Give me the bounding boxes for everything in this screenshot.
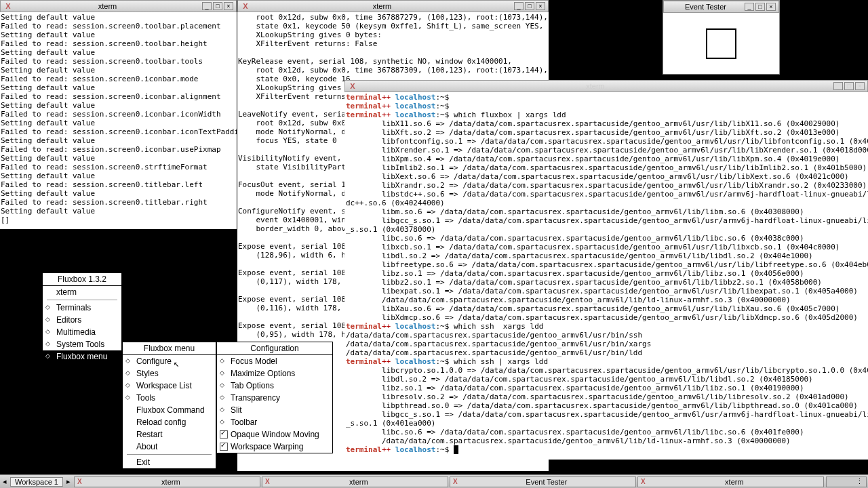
minimize-button[interactable]: _ — [833, 82, 843, 90]
menu-item-reload-config[interactable]: Reload config — [123, 416, 216, 428]
task-label: xterm — [85, 478, 257, 486]
menu-item-system-tools[interactable]: System Tools — [43, 338, 121, 350]
menu-item-focus-model[interactable]: Focus Model — [217, 355, 332, 367]
xterm-icon: X — [77, 478, 82, 485]
maximize-button[interactable]: □ — [844, 82, 854, 90]
menu-item-configure[interactable]: Configure — [123, 355, 216, 367]
menu-item-styles[interactable]: Styles — [123, 367, 216, 380]
menu-title: Fluxbox 1.3.2 — [43, 273, 121, 286]
minimize-button[interactable]: _ — [202, 2, 212, 10]
menu-item-tools[interactable]: Tools — [123, 392, 216, 404]
menu-separator — [47, 300, 117, 300]
xterm-big-titlebar[interactable]: X xterm _ □ × — [344, 80, 868, 92]
maximize-button[interactable]: □ — [755, 3, 765, 11]
menu-item-multimedia[interactable]: Multimedia — [43, 326, 121, 338]
taskbar-task[interactable]: Xxterm — [74, 476, 260, 487]
workspace-prev-button[interactable]: ◂ — [0, 477, 9, 486]
menu-check-opaque-window-moving[interactable]: Opaque Window Moving — [217, 428, 332, 441]
xterm-big-title: xterm — [357, 82, 833, 90]
taskbar-task[interactable]: Xxterm — [637, 476, 824, 487]
close-button[interactable]: × — [766, 3, 776, 11]
menu-item-fluxbox-menu[interactable]: Fluxbox menu — [43, 350, 121, 363]
menu-title: Fluxbox menu — [123, 342, 216, 355]
menu-item-workspace-list[interactable]: Workspace List — [123, 380, 216, 392]
xterm-icon: X — [453, 478, 458, 485]
event-tester-window: Event Tester _ □ × — [663, 0, 780, 75]
menu-item-fluxbox-command[interactable]: Fluxbox Command — [123, 404, 216, 416]
xterm-icon: X — [641, 478, 646, 485]
tray-grip-icon: ⋮ — [856, 477, 863, 486]
taskbar: ◂ Workspace 1 ▸ XxtermXxtermXEvent Teste… — [0, 474, 868, 488]
menu-separator — [127, 454, 212, 455]
close-button[interactable]: × — [536, 2, 545, 10]
menu-item-transparency[interactable]: Transparency — [217, 392, 332, 404]
task-label: Event Tester — [460, 478, 633, 486]
xterm-left-titlebar[interactable]: X xterm _ □ × — [0, 0, 237, 12]
xterm-big-body[interactable]: terminal++ localhost:~$ terminal++ local… — [344, 92, 868, 460]
event-tester-titlebar[interactable]: Event Tester _ □ × — [663, 1, 779, 13]
close-button[interactable]: × — [855, 82, 865, 90]
xterm-mid-titlebar[interactable]: X xterm _ □ × — [237, 0, 549, 12]
workspace-next-button[interactable]: ▸ — [64, 477, 73, 486]
menu-item-about[interactable]: About — [123, 441, 216, 453]
menu-item-tab-options[interactable]: Tab Options — [217, 380, 332, 392]
menu-check-workspace-warping[interactable]: Workspace Warping — [217, 441, 332, 453]
task-label: xterm — [273, 478, 445, 486]
event-tester-box — [706, 28, 736, 59]
menu-item-xterm[interactable]: xterm — [43, 286, 121, 298]
menu-item-toolbar[interactable]: Toolbar — [217, 416, 332, 428]
menu-item-restart[interactable]: Restart — [123, 428, 216, 441]
menu-item-editors[interactable]: Editors — [43, 314, 121, 326]
maximize-button[interactable]: □ — [213, 2, 222, 10]
close-button[interactable]: × — [224, 2, 233, 10]
menu-item-terminals[interactable]: Terminals — [43, 302, 121, 314]
taskbar-task[interactable]: Xxterm — [262, 476, 448, 487]
system-tray[interactable]: ⋮ — [826, 476, 867, 487]
menu-item-exit[interactable]: Exit — [123, 456, 216, 468]
task-label: xterm — [648, 478, 821, 486]
maximize-button[interactable]: □ — [525, 2, 534, 10]
fluxbox-menu-submenu: Fluxbox menu ConfigureStylesWorkspace Li… — [122, 342, 216, 469]
xterm-big-window: X xterm _ □ × terminal++ localhost:~$ te… — [344, 80, 868, 460]
menu-item-maximize-options[interactable]: Maximize Options — [217, 367, 332, 380]
xterm-left-title: xterm — [13, 2, 202, 10]
fluxbox-configuration-menu: Configuration Focus ModelMaximize Option… — [216, 342, 333, 453]
taskbar-task[interactable]: XEvent Tester — [450, 476, 636, 487]
xterm-icon: X — [3, 1, 13, 11]
xterm-left-body[interactable]: Setting default value Failed to read: se… — [0, 12, 237, 229]
workspace-label[interactable]: Workspace 1 — [10, 477, 63, 487]
xterm-icon: X — [265, 478, 270, 485]
minimize-button[interactable]: _ — [514, 2, 524, 10]
xterm-mid-title: xterm — [250, 2, 514, 10]
event-tester-title: Event Tester — [667, 3, 745, 11]
minimize-button[interactable]: _ — [745, 3, 754, 11]
menu-title: Configuration — [217, 342, 332, 355]
event-tester-body[interactable] — [663, 13, 779, 74]
xterm-icon: X — [348, 81, 357, 91]
xterm-icon: X — [241, 1, 250, 11]
menu-item-slit[interactable]: Slit — [217, 404, 332, 416]
fluxbox-root-menu: Fluxbox 1.3.2 xterm TerminalsEditorsMult… — [42, 272, 122, 363]
